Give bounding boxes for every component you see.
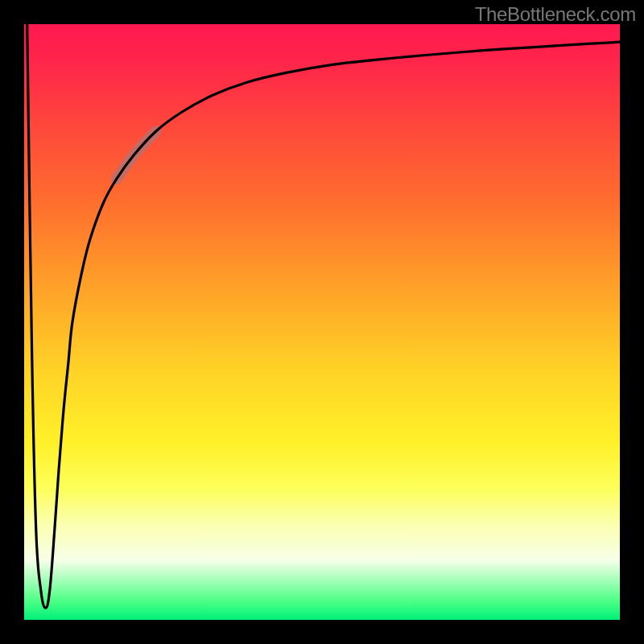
attribution-text: TheBottleneck.com bbox=[475, 3, 636, 26]
plot-area bbox=[24, 24, 620, 620]
bottleneck-curve bbox=[27, 24, 620, 608]
curve-layer bbox=[24, 24, 620, 620]
chart-frame: TheBottleneck.com bbox=[0, 0, 644, 644]
